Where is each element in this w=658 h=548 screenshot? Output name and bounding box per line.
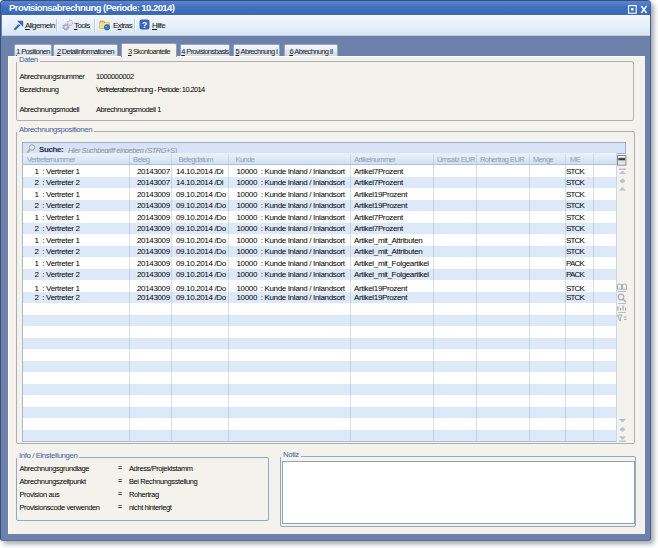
svg-text:?: ? (142, 20, 147, 30)
